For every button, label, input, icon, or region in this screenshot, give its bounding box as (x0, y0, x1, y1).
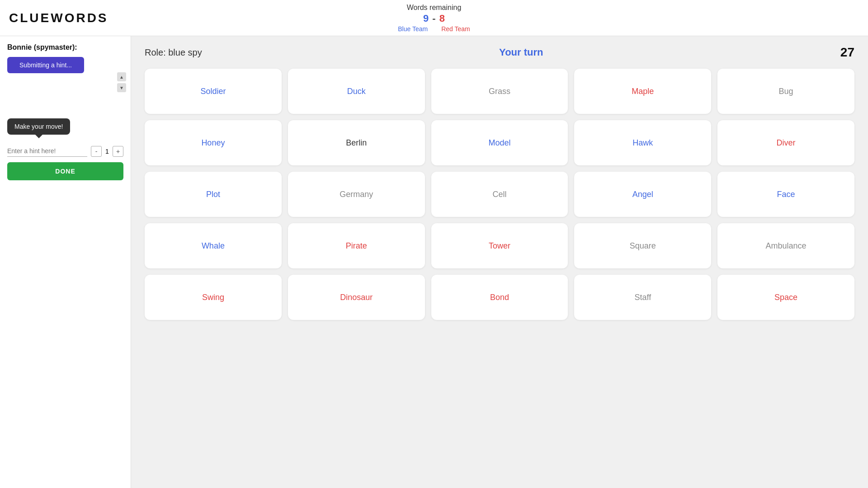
word-card[interactable]: Angel (574, 172, 711, 217)
word-card[interactable]: Ambulance (717, 223, 854, 268)
blue-team-label: Blue Team (398, 25, 428, 33)
done-button[interactable]: DONE (7, 162, 123, 180)
your-turn: Your turn (499, 47, 543, 58)
word-card[interactable]: Dinosaur (288, 275, 425, 320)
word-card[interactable]: Tower (431, 223, 568, 268)
scroll-down-arrow[interactable]: ▼ (117, 83, 126, 92)
hint-section: - 1 + DONE (7, 145, 123, 180)
word-card[interactable]: Square (574, 223, 711, 268)
spymaster-label: Bonnie (spymaster): (7, 43, 123, 52)
word-card[interactable]: Germany (288, 172, 425, 217)
word-card[interactable]: Bug (717, 69, 854, 114)
card-grid: SoldierDuckGrassMapleBugHoneyBerlinModel… (145, 69, 854, 320)
word-card[interactable]: Cell (431, 172, 568, 217)
word-card[interactable]: Bond (431, 275, 568, 320)
main-layout: Bonnie (spymaster): Submitting a hint...… (0, 36, 868, 488)
word-card[interactable]: Plot (145, 172, 282, 217)
scroll-up-arrow[interactable]: ▲ (117, 72, 126, 81)
words-remaining-label: Words remaining (398, 4, 470, 12)
red-team-label: Red Team (441, 25, 470, 33)
stepper-minus-button[interactable]: - (91, 146, 102, 157)
word-card[interactable]: Duck (288, 69, 425, 114)
scroll-arrows: ▲ ▼ (117, 72, 126, 92)
sidebar: Bonnie (spymaster): Submitting a hint...… (0, 36, 131, 488)
blue-score: 9 (423, 13, 429, 24)
header: CLUEWORDS Words remaining 9 - 8 Blue Tea… (0, 0, 868, 36)
word-card[interactable]: Swing (145, 275, 282, 320)
stepper-plus-button[interactable]: + (113, 146, 123, 157)
words-remaining: Words remaining 9 - 8 Blue Team Red Team (398, 4, 470, 33)
dash: - (432, 13, 435, 24)
word-card[interactable]: Honey (145, 120, 282, 165)
word-card[interactable]: Pirate (288, 223, 425, 268)
team-labels: Blue Team Red Team (398, 25, 470, 33)
word-card[interactable]: Soldier (145, 69, 282, 114)
board-area: Role: blue spy Your turn 27 SoldierDuckG… (131, 36, 868, 488)
tooltip-bubble: Make your move! (7, 118, 70, 135)
word-card[interactable]: Diver (717, 120, 854, 165)
word-card[interactable]: Maple (574, 69, 711, 114)
word-card[interactable]: Space (717, 275, 854, 320)
submitting-hint-button[interactable]: Submitting a hint... (7, 57, 84, 73)
logo: CLUEWORDS (9, 11, 108, 25)
role-label: Role: blue spy (145, 47, 202, 58)
word-card[interactable]: Berlin (288, 120, 425, 165)
hint-input-row: - 1 + (7, 145, 123, 157)
word-card[interactable]: Hawk (574, 120, 711, 165)
word-card[interactable]: Model (431, 120, 568, 165)
word-card[interactable]: Whale (145, 223, 282, 268)
board-header: Role: blue spy Your turn 27 (145, 45, 854, 60)
hint-input[interactable] (7, 145, 87, 157)
stepper-value: 1 (104, 148, 111, 155)
red-score: 8 (439, 13, 445, 24)
timer: 27 (840, 45, 854, 60)
word-card[interactable]: Grass (431, 69, 568, 114)
word-card[interactable]: Face (717, 172, 854, 217)
word-card[interactable]: Staff (574, 275, 711, 320)
scores: 9 - 8 (398, 13, 470, 24)
stepper: - 1 + (91, 146, 123, 157)
